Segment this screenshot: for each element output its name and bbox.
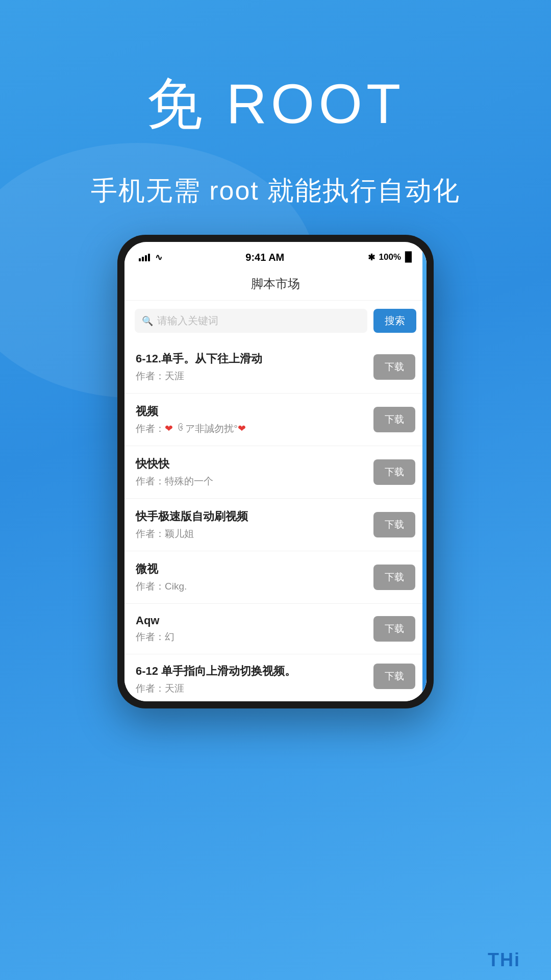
heart-icon-right: ❤ [238, 423, 246, 434]
hero-section: 免 ROOT 手机无需 root 就能执行自动化 [0, 0, 551, 209]
status-time: 9:41 AM [245, 252, 284, 263]
signal-bar-2 [142, 257, 144, 261]
signal-bar-4 [148, 254, 150, 261]
script-author: 作者：颖儿姐 [136, 527, 373, 541]
download-button[interactable]: 下载 [373, 354, 415, 380]
status-right: ✱ 100% ▉ [368, 252, 412, 263]
hero-subtitle: 手机无需 root 就能执行自动化 [0, 173, 551, 209]
search-placeholder: 请输入关键词 [157, 314, 218, 328]
author-name: ᪆ア非誠勿扰° [173, 423, 238, 434]
download-button[interactable]: 下载 [373, 565, 415, 590]
script-list: 6-12.单手。从下往上滑动 作者：天涯 下载 视频 作者：❤ ᪆ア非誠勿扰°❤… [124, 341, 427, 701]
script-title: 快快快 [136, 456, 373, 472]
script-info: Aqw 作者：幻 [136, 614, 373, 644]
app-header: 脚本市场 [124, 268, 427, 301]
phone-outer-frame: ∿ 9:41 AM ✱ 100% ▉ 脚本市场 🔍 请输入关键词 搜索 [117, 235, 434, 708]
script-item: 快快快 作者：特殊的一个 下载 [124, 446, 427, 499]
script-title: 6-12.单手。从下往上滑动 [136, 351, 373, 366]
phone-mockup: ∿ 9:41 AM ✱ 100% ▉ 脚本市场 🔍 请输入关键词 搜索 [117, 235, 434, 708]
app-title: 脚本市场 [251, 277, 300, 290]
search-bar: 🔍 请输入关键词 搜索 [124, 301, 427, 341]
search-button[interactable]: 搜索 [373, 309, 416, 333]
script-info: 快手极速版自动刷视频 作者：颖儿姐 [136, 509, 373, 541]
signal-bar-3 [145, 255, 147, 261]
footer-text: THi [488, 949, 520, 971]
phone-screen: ∿ 9:41 AM ✱ 100% ▉ 脚本市场 🔍 请输入关键词 搜索 [124, 242, 427, 701]
status-left: ∿ [139, 252, 162, 263]
download-button[interactable]: 下载 [373, 664, 415, 689]
download-button[interactable]: 下载 [373, 512, 415, 537]
script-item: 快手极速版自动刷视频 作者：颖儿姐 下载 [124, 499, 427, 551]
script-title: Aqw [136, 614, 373, 627]
side-accent-strip [422, 242, 427, 701]
script-info: 视频 作者：❤ ᪆ア非誠勿扰°❤ [136, 404, 373, 435]
script-author: 作者：Cikg. [136, 580, 373, 593]
script-info: 快快快 作者：特殊的一个 [136, 456, 373, 488]
script-info: 6-12.单手。从下往上滑动 作者：天涯 [136, 351, 373, 383]
script-item: 6-12.单手。从下往上滑动 作者：天涯 下载 [124, 341, 427, 394]
search-icon: 🔍 [142, 315, 153, 327]
script-info: 微视 作者：Cikg. [136, 561, 373, 593]
bluetooth-icon: ✱ [368, 252, 375, 263]
script-title: 微视 [136, 561, 373, 577]
script-info: 6-12 单手指向上滑动切换视频。 作者：天涯 [136, 664, 373, 695]
script-title: 视频 [136, 404, 373, 419]
hero-title: 免 ROOT [0, 66, 551, 142]
script-title: 6-12 单手指向上滑动切换视频。 [136, 664, 373, 679]
script-author: 作者：天涯 [136, 370, 373, 383]
script-item-partial: 6-12 单手指向上滑动切换视频。 作者：天涯 下载 [124, 654, 427, 701]
script-item: Aqw 作者：幻 下载 [124, 604, 427, 654]
status-bar: ∿ 9:41 AM ✱ 100% ▉ [124, 242, 427, 268]
search-input-wrapper[interactable]: 🔍 请输入关键词 [135, 309, 367, 333]
signal-bar-1 [139, 258, 141, 261]
download-button[interactable]: 下载 [373, 407, 415, 432]
battery-icon: ▉ [405, 252, 412, 263]
heart-icon-left: ❤ [165, 423, 173, 434]
wifi-icon: ∿ [155, 252, 162, 263]
script-author: 作者：❤ ᪆ア非誠勿扰°❤ [136, 422, 373, 435]
script-author: 作者：幻 [136, 630, 373, 644]
author-label: 作者： [136, 423, 165, 434]
script-title: 快手极速版自动刷视频 [136, 509, 373, 524]
script-author: 作者：特殊的一个 [136, 475, 373, 488]
download-button[interactable]: 下载 [373, 459, 415, 485]
script-item: 视频 作者：❤ ᪆ア非誠勿扰°❤ 下载 [124, 394, 427, 446]
script-item: 微视 作者：Cikg. 下载 [124, 551, 427, 604]
battery-percentage: 100% [379, 252, 401, 262]
script-author: 作者：天涯 [136, 682, 373, 695]
signal-bars-icon [139, 253, 150, 261]
download-button[interactable]: 下载 [373, 616, 415, 642]
